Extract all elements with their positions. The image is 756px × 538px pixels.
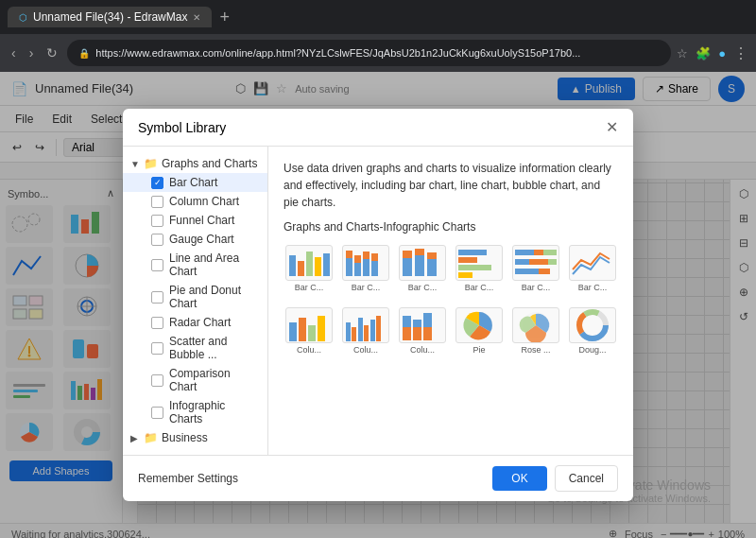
tree-column-chart[interactable]: Column Chart	[123, 192, 267, 211]
svg-rect-63	[308, 325, 316, 341]
svg-rect-39	[363, 257, 369, 276]
ok-button[interactable]: OK	[492, 466, 546, 491]
chart-item-bar1[interactable]: Bar C...	[284, 241, 335, 296]
svg-rect-38	[354, 255, 361, 263]
svg-rect-32	[306, 252, 313, 276]
chart-thumb-rose	[512, 307, 559, 343]
cancel-button[interactable]: Cancel	[555, 465, 618, 492]
comparison-chart-checkbox[interactable]	[151, 374, 163, 387]
column-chart-checkbox[interactable]	[151, 196, 163, 208]
svg-rect-58	[548, 259, 557, 265]
tree-bar-chart[interactable]: ✓ Bar Chart	[123, 173, 267, 192]
svg-rect-64	[318, 316, 325, 341]
funnel-chart-checkbox[interactable]	[151, 215, 163, 227]
chart-thumb-col1	[285, 307, 333, 343]
chart-thumb-bar5	[512, 245, 559, 281]
chart-grid-row2: Colu...	[284, 304, 618, 358]
business-folder-icon: 📁	[144, 431, 158, 444]
tree-funnel-chart[interactable]: Funnel Chart	[123, 211, 267, 230]
pie-donut-checkbox[interactable]	[151, 291, 163, 304]
chart-label-col2: Colu...	[342, 345, 389, 355]
tab-title: Unnamed File(34) - EdrawMax	[33, 10, 187, 24]
chart-thumb-bar2	[342, 245, 389, 281]
svg-rect-33	[315, 257, 321, 276]
svg-rect-50	[458, 257, 477, 263]
forward-button[interactable]: ›	[26, 42, 38, 64]
line-area-chart-checkbox[interactable]	[151, 259, 163, 271]
chart-label-bar2: Bar C...	[342, 283, 389, 292]
chart-label-donut: Doug...	[569, 345, 616, 355]
chart-item-bar5[interactable]: Bar C...	[510, 241, 561, 296]
chart-label-bar3: Bar C...	[399, 283, 446, 292]
address-bar[interactable]: 🔒 https://www.edrawmax.com/online/app.ht…	[67, 40, 671, 66]
tree-business[interactable]: ▶ 📁 Business	[123, 428, 267, 447]
chart-thumb-donut	[569, 307, 616, 343]
svg-rect-60	[539, 269, 550, 274]
chart-item-bar3[interactable]: Bar C...	[397, 241, 448, 296]
svg-rect-57	[529, 259, 548, 265]
chart-item-col3[interactable]: Colu...	[397, 304, 448, 358]
tree-item-label: Scatter and Bubble ...	[169, 335, 260, 361]
tree-scatter-bubble[interactable]: Scatter and Bubble ...	[123, 332, 267, 364]
chart-label-bar1: Bar C...	[285, 283, 333, 292]
bookmark-icon[interactable]: ☆	[677, 46, 688, 61]
menu-dots-icon[interactable]: ⋮	[733, 44, 748, 62]
tab-close-icon[interactable]: ✕	[193, 12, 200, 23]
svg-rect-69	[370, 320, 375, 341]
modal-title: Symbol Library	[138, 120, 226, 135]
tree-gauge-chart[interactable]: Gauge Chart	[123, 230, 267, 249]
tree-graphs-charts[interactable]: ▼ 📁 Graphs and Charts	[123, 154, 267, 173]
svg-rect-30	[289, 255, 296, 276]
chart-label-col3: Colu...	[399, 345, 446, 355]
chart-label-bar4: Bar C...	[455, 283, 503, 292]
tree-radar-chart[interactable]: Radar Chart	[123, 313, 267, 332]
svg-rect-66	[352, 327, 356, 341]
svg-rect-74	[413, 327, 421, 340]
svg-rect-35	[346, 255, 352, 276]
back-button[interactable]: ‹	[8, 42, 20, 64]
svg-rect-51	[458, 265, 491, 270]
account-icon[interactable]: ●	[718, 46, 726, 61]
chart-thumb-bar3	[399, 245, 446, 281]
bar-chart-checkbox[interactable]: ✓	[151, 177, 163, 189]
new-tab-button[interactable]: +	[219, 8, 230, 27]
chart-item-bar4[interactable]: Bar C...	[454, 241, 505, 296]
tree-item-label: Funnel Chart	[169, 214, 234, 227]
svg-rect-37	[354, 261, 361, 276]
tree-comparison-chart[interactable]: Comparison Chart	[123, 364, 267, 396]
modal-close-button[interactable]: ✕	[606, 118, 618, 136]
chart-item-bar2[interactable]: Bar C...	[340, 241, 391, 296]
svg-rect-44	[403, 251, 412, 258]
chart-item-donut[interactable]: Doug...	[567, 304, 618, 358]
tree-pie-donut-chart[interactable]: Pie and Donut Chart	[123, 281, 267, 313]
modal-header: Symbol Library ✕	[123, 109, 633, 147]
chart-label-pie: Pie	[455, 345, 503, 355]
tree-collapse-icon: ▶	[130, 433, 144, 443]
browser-nav: ‹ › ↻ 🔒 https://www.edrawmax.com/online/…	[0, 34, 756, 72]
remember-settings-label: Remember Settings	[138, 472, 238, 485]
extensions-icon[interactable]: 🧩	[696, 46, 711, 61]
infographic-charts-checkbox[interactable]	[151, 407, 163, 419]
browser-tab[interactable]: ⬡ Unnamed File(34) - EdrawMax ✕	[8, 7, 212, 27]
scatter-bubble-checkbox[interactable]	[151, 342, 163, 355]
chart-item-rose[interactable]: Rose ...	[510, 304, 561, 358]
tree-item-label: Radar Chart	[169, 316, 231, 329]
reload-button[interactable]: ↻	[43, 42, 61, 64]
chart-thumb-bar6	[569, 245, 616, 281]
chart-item-pie[interactable]: Pie	[454, 304, 505, 358]
svg-rect-71	[403, 316, 411, 327]
chart-item-col1[interactable]: Colu...	[284, 304, 335, 358]
svg-rect-65	[346, 322, 351, 341]
chart-thumb-col2	[342, 307, 389, 343]
chart-item-col2[interactable]: Colu...	[340, 304, 391, 358]
chart-item-bar6[interactable]: Bar C...	[567, 241, 618, 296]
tree-infographic-charts[interactable]: Infographic Charts	[123, 396, 267, 428]
svg-rect-36	[346, 251, 352, 258]
radar-chart-checkbox[interactable]	[151, 317, 163, 329]
tree-item-label: Infographic Charts	[169, 399, 260, 425]
svg-rect-55	[543, 250, 557, 255]
tree-line-area-chart[interactable]: Line and Area Chart	[123, 249, 267, 281]
svg-rect-68	[364, 325, 369, 341]
gauge-chart-checkbox[interactable]	[151, 234, 163, 246]
svg-rect-47	[427, 257, 437, 276]
